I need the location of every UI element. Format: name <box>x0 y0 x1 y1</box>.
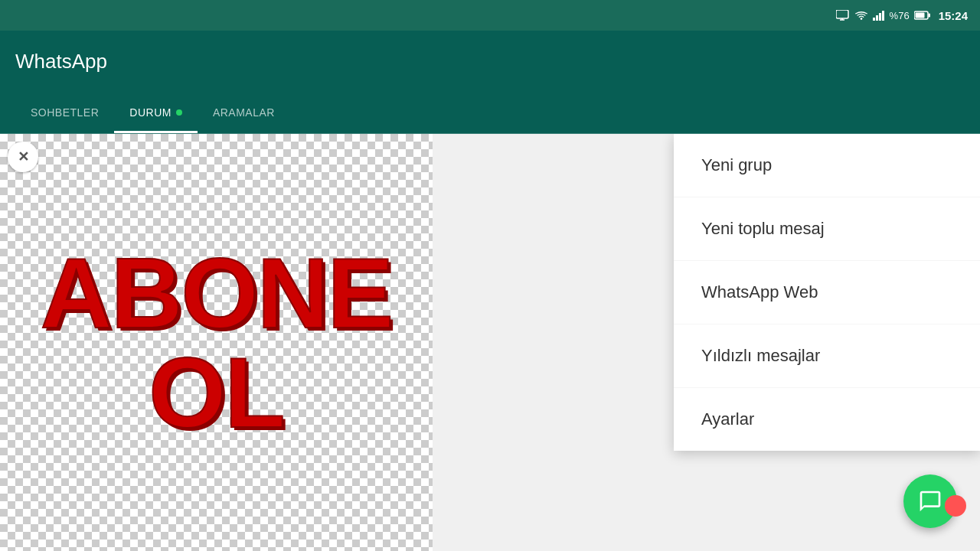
tab-aramalar[interactable]: ARAMALAR <box>198 92 290 133</box>
svg-point-3 <box>860 18 862 20</box>
status-icons: %76 15:24 <box>836 9 968 22</box>
battery-icon <box>914 11 931 20</box>
dropdown-menu: Yeni grup Yeni toplu mesaj WhatsApp Web … <box>674 134 980 451</box>
close-icon: ✕ <box>18 148 29 165</box>
tab-sohbetler[interactable]: SOHBETLER <box>15 92 114 133</box>
app-header: WhatsApp <box>0 31 980 92</box>
svg-rect-9 <box>928 14 930 18</box>
app-title: WhatsApp <box>15 50 107 73</box>
menu-item-whatsapp-web[interactable]: WhatsApp Web <box>674 261 980 324</box>
svg-rect-5 <box>876 15 878 21</box>
tab-bar: SOHBETLER DURUM ARAMALAR <box>0 92 980 134</box>
status-bar: %76 15:24 <box>0 0 980 31</box>
abone-line2: OL <box>149 343 284 442</box>
main-content: ABONE OL ✕ Yeni grup Yeni toplu mesaj Wh… <box>0 134 980 551</box>
chat-icon <box>918 489 942 514</box>
status-time: 15:24 <box>939 9 968 22</box>
menu-item-new-group[interactable]: Yeni grup <box>674 134 980 197</box>
menu-item-starred[interactable]: Yıldızlı mesajlar <box>674 324 980 388</box>
image-area: ABONE OL ✕ <box>0 134 433 551</box>
close-button[interactable]: ✕ <box>8 142 38 172</box>
screen-icon <box>836 10 850 21</box>
wifi-icon <box>854 10 868 21</box>
abone-image: ABONE OL <box>0 134 433 551</box>
svg-rect-7 <box>882 11 884 21</box>
abone-line1: ABONE <box>41 243 392 343</box>
tab-dot <box>176 109 182 116</box>
notification-dot <box>945 495 966 517</box>
battery-text: %76 <box>890 10 910 21</box>
svg-rect-4 <box>873 18 875 21</box>
menu-item-settings[interactable]: Ayarlar <box>674 388 980 451</box>
tab-durum[interactable]: DURUM <box>114 92 198 133</box>
menu-item-new-broadcast[interactable]: Yeni toplu mesaj <box>674 197 980 261</box>
signal-icon <box>873 10 885 21</box>
svg-rect-10 <box>915 13 924 18</box>
svg-rect-0 <box>836 10 848 18</box>
svg-rect-6 <box>879 13 881 21</box>
